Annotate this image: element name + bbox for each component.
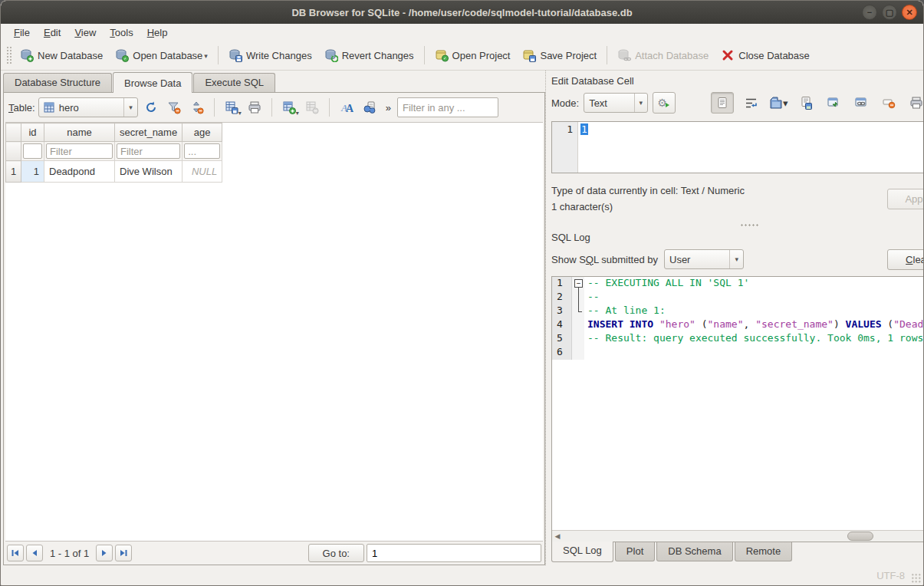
close-icon[interactable]: ✕ <box>902 5 917 20</box>
goto-button[interactable]: Go to: <box>308 544 364 562</box>
toolbar-separator <box>607 46 607 64</box>
external-window-icon <box>827 96 840 110</box>
filter-any-column-input[interactable] <box>397 97 498 117</box>
table-select[interactable]: hero ▾ <box>38 97 138 117</box>
next-record-button[interactable] <box>96 545 113 561</box>
word-wrap-icon <box>745 97 758 110</box>
fold-marker-icon[interactable] <box>572 277 584 291</box>
filter-row-header <box>6 142 21 161</box>
refresh-button[interactable] <box>141 97 161 117</box>
tab-plot[interactable]: Plot <box>615 542 655 561</box>
tab-database-structure[interactable]: Database Structure <box>3 73 112 92</box>
sql-log-line: 3-- At line 1: <box>552 305 924 318</box>
toolbar-separator <box>218 46 219 64</box>
column-header-name[interactable]: name <box>44 123 115 142</box>
set-null-button[interactable] <box>878 93 899 113</box>
edit-cell-title: Edit Database Cell <box>551 75 922 87</box>
scroll-left-icon[interactable]: ◀ <box>552 532 563 540</box>
menu-edit[interactable]: Edit <box>37 25 67 40</box>
scrollbar-thumb[interactable] <box>847 532 873 541</box>
mode-select-value: Text <box>589 97 607 109</box>
clear-sorting-button[interactable] <box>187 97 207 117</box>
tab-browse-data[interactable]: Browse Data <box>113 72 192 93</box>
close-database-button[interactable]: Close Database <box>715 44 816 66</box>
table-select-value: hero <box>59 102 79 114</box>
auto-switch-mode-button[interactable]: ⚙ <box>653 92 676 114</box>
font-format-icon: AA <box>340 100 353 114</box>
tab-db-schema[interactable]: DB Schema <box>656 542 732 561</box>
maximize-icon[interactable]: ▢ <box>882 5 897 20</box>
new-database-button[interactable]: New Database <box>14 44 109 66</box>
import-cell-data-button[interactable]: ▾ <box>768 93 789 113</box>
previous-record-button[interactable] <box>26 545 43 561</box>
column-header-secret-name[interactable]: secret_name <box>115 123 182 142</box>
row-header[interactable]: 1 <box>6 161 21 183</box>
last-record-button[interactable] <box>115 545 132 561</box>
save-project-button[interactable]: Save Project <box>516 44 603 66</box>
minimize-icon[interactable]: − <box>862 5 877 20</box>
submitted-by-select[interactable]: User ▾ <box>664 249 744 269</box>
printer-icon <box>909 96 923 110</box>
dock-splitter[interactable] <box>551 221 924 229</box>
cell-value-editor[interactable]: 1 1 <box>551 121 924 173</box>
tab-remote[interactable]: Remote <box>735 542 793 561</box>
sql-log-horizontal-scrollbar[interactable]: ◀ ▶ <box>552 530 924 542</box>
word-wrap-button[interactable] <box>740 93 761 113</box>
attach-database-icon <box>617 48 631 62</box>
resize-grip[interactable] <box>911 573 921 583</box>
menu-view[interactable]: View <box>67 25 103 40</box>
encoding-label[interactable]: UTF-8 <box>876 570 905 581</box>
set-null-icon <box>882 96 896 110</box>
clear-filters-button[interactable] <box>164 97 184 117</box>
open-in-external-button[interactable] <box>823 93 844 113</box>
print-cell-button[interactable] <box>906 93 924 113</box>
menu-file[interactable]: File <box>7 25 37 40</box>
cell-type-info: Type of data currently in cell: Text / N… <box>551 183 887 199</box>
cell-secret-name[interactable]: Dive Wilson <box>115 161 182 183</box>
filter-input-name[interactable] <box>46 143 113 159</box>
write-changes-button[interactable]: Write Changes <box>222 44 318 66</box>
tab-sql-log[interactable]: SQL Log <box>551 542 613 562</box>
grid-corner-header[interactable] <box>6 123 21 142</box>
open-database-button[interactable]: Open Database ▾ <box>109 44 214 66</box>
dropdown-arrow-icon: ▾ <box>296 110 299 117</box>
log-line-number: 1 <box>552 277 572 291</box>
chevron-down-icon: ▾ <box>123 98 133 117</box>
goto-input[interactable] <box>367 544 541 562</box>
clear-log-button[interactable]: Clear <box>887 249 924 270</box>
find-button[interactable] <box>360 97 380 117</box>
cell-name[interactable]: Deadpond <box>44 161 115 183</box>
fold-column <box>572 346 584 360</box>
copy-link-button[interactable] <box>850 93 872 113</box>
revert-changes-button[interactable]: Revert Changes <box>318 44 420 66</box>
filter-input-id[interactable] <box>23 143 42 159</box>
filter-input-age[interactable] <box>184 143 220 159</box>
menu-help[interactable]: Help <box>140 25 175 40</box>
export-cell-data-button[interactable] <box>795 93 817 113</box>
text-mode-button[interactable] <box>711 92 734 114</box>
toolbar-drag-handle[interactable] <box>6 46 12 64</box>
tab-execute-sql[interactable]: Execute SQL <box>193 73 275 92</box>
column-header-age[interactable]: age <box>182 123 222 142</box>
cell-id[interactable]: 1 <box>21 161 44 183</box>
sql-log-line: 2-- <box>552 291 924 305</box>
export-table-button[interactable]: ▾ <box>222 97 242 117</box>
filter-input-secret-name[interactable] <box>117 143 180 159</box>
print-table-button[interactable] <box>245 97 265 117</box>
clear-sort-icon <box>190 100 204 114</box>
column-header-id[interactable]: id <box>21 123 44 142</box>
previous-record-icon <box>30 548 39 558</box>
last-record-icon <box>119 548 128 558</box>
first-record-button[interactable] <box>7 545 24 561</box>
format-toolbar-button[interactable]: AA <box>337 97 357 117</box>
menu-bar: File Edit View Tools Help <box>1 24 923 41</box>
toolbar-overflow-icon[interactable]: » <box>383 102 394 114</box>
menu-tools[interactable]: Tools <box>103 25 140 40</box>
insert-record-button[interactable]: ▾ <box>279 97 299 117</box>
mode-select[interactable]: Text ▾ <box>584 93 648 113</box>
sql-log-line: 5-- Result: query executed successfully.… <box>552 332 924 346</box>
cell-age[interactable]: NULL <box>182 161 222 183</box>
binoculars-icon <box>363 100 377 114</box>
open-project-button[interactable]: Open Project <box>429 44 517 66</box>
open-database-dropdown-icon[interactable]: ▾ <box>204 52 208 62</box>
